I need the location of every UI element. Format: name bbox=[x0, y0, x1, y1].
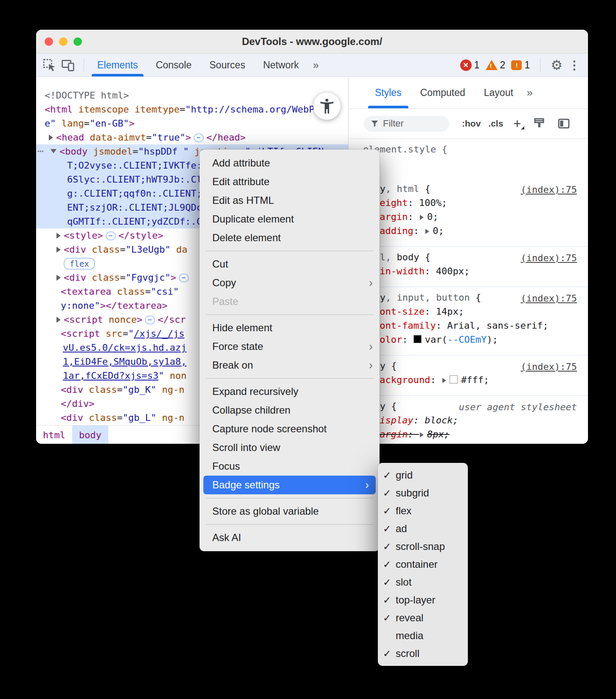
tab-network[interactable]: Network bbox=[254, 54, 308, 76]
menu-item-hide-element[interactable]: Hide element bbox=[200, 318, 380, 337]
menu-item-edit-as-html[interactable]: Edit as HTML bbox=[200, 191, 380, 210]
filter-input[interactable]: Filter bbox=[364, 116, 449, 132]
badge-option-scroll[interactable]: ✓scroll bbox=[378, 645, 468, 662]
badge-option-slot[interactable]: ✓slot bbox=[378, 573, 468, 591]
css-property[interactable]: font-size: 14px; bbox=[363, 304, 588, 318]
menu-item-scroll-into-view[interactable]: Scroll into view bbox=[200, 438, 380, 457]
expand-value-arrow-icon[interactable] bbox=[425, 229, 429, 234]
zoom-window-button[interactable] bbox=[73, 37, 82, 46]
menu-item-ask-ai[interactable]: Ask AI bbox=[200, 528, 380, 547]
css-property[interactable]: padding: 0; bbox=[363, 224, 588, 238]
css-property[interactable]: background: #fff; bbox=[363, 373, 588, 387]
expand-value-arrow-icon[interactable] bbox=[420, 432, 424, 437]
badge-option-flex[interactable]: ✓flex bbox=[378, 502, 468, 520]
tab-elements[interactable]: Elements bbox=[88, 54, 147, 76]
rendering-brush-icon[interactable] bbox=[533, 117, 546, 130]
badge-option-media[interactable]: ✓media bbox=[378, 627, 468, 645]
menu-item-copy[interactable]: Copy› bbox=[200, 273, 380, 292]
issues-badge[interactable]: ! 1 bbox=[511, 59, 530, 71]
settings-gear-icon[interactable]: ⚙ bbox=[551, 59, 563, 72]
css-property[interactable]: height: 100%; bbox=[363, 196, 588, 210]
warning-badge[interactable]: ! 2 bbox=[486, 59, 506, 71]
error-badge[interactable]: ✕ 1 bbox=[460, 59, 480, 71]
sidebar-tab-styles[interactable]: Styles bbox=[366, 77, 411, 108]
dom-tree-line[interactable]: <!DOCTYPE html> bbox=[36, 88, 348, 102]
css-property[interactable]: display: block; bbox=[363, 413, 588, 427]
inspect-element-icon[interactable] bbox=[42, 58, 56, 72]
sidebar-tab-computed[interactable]: Computed bbox=[411, 77, 475, 108]
menu-item-force-state[interactable]: Force state› bbox=[200, 337, 380, 356]
css-property[interactable]: margin: 8px; bbox=[363, 427, 588, 441]
dock-panel-icon[interactable] bbox=[557, 117, 570, 130]
style-rule[interactable]: body {user agent stylesheetdisplay: bloc… bbox=[349, 396, 588, 444]
menu-item-focus[interactable]: Focus bbox=[200, 457, 380, 476]
dom-tree-line[interactable]: <html itemscope itemtype="http://schema.… bbox=[36, 102, 348, 116]
new-style-rule-button[interactable]: + bbox=[513, 117, 521, 130]
menu-item-store-as-global-variable[interactable]: Store as global variable bbox=[200, 502, 380, 521]
menu-item-badge-settings[interactable]: Badge settings› bbox=[203, 476, 376, 494]
color-swatch[interactable] bbox=[450, 375, 458, 383]
badge-option-scroll-snap[interactable]: ✓scroll-snap bbox=[378, 538, 468, 555]
color-swatch[interactable] bbox=[413, 335, 422, 343]
stylesheet-link[interactable]: (index):75 bbox=[521, 183, 577, 197]
stylesheet-link[interactable]: (index):75 bbox=[521, 360, 577, 374]
stylesheet-link[interactable]: (index):75 bbox=[521, 251, 577, 265]
css-property[interactable]: color: var(--COEmY); bbox=[363, 333, 588, 347]
expand-value-arrow-icon[interactable] bbox=[442, 378, 446, 383]
css-property[interactable]: min-width: 400px; bbox=[363, 264, 588, 278]
minimize-window-button[interactable] bbox=[59, 37, 68, 46]
badge-option-top-layer[interactable]: ✓top-layer bbox=[378, 591, 468, 609]
badge-option-reveal[interactable]: ✓reveal bbox=[378, 609, 468, 627]
badge-option-ad[interactable]: ✓ad bbox=[378, 520, 468, 538]
menu-item-cut[interactable]: Cut bbox=[200, 255, 380, 273]
more-panels-button[interactable]: » bbox=[308, 59, 323, 71]
tab-console[interactable]: Console bbox=[147, 54, 200, 76]
badge-option-grid[interactable]: ✓grid bbox=[378, 466, 468, 484]
css-property[interactable]: font-family: Arial, sans-serif; bbox=[363, 318, 588, 333]
menu-item-edit-attribute[interactable]: Edit attribute bbox=[200, 172, 380, 191]
expand-arrow-icon[interactable] bbox=[56, 317, 61, 323]
expand-arrow-icon[interactable] bbox=[56, 233, 61, 239]
collapsed-content-icon[interactable]: ⋯ bbox=[145, 316, 155, 324]
breadcrumb-item-html[interactable]: html bbox=[36, 426, 72, 444]
tab-sources[interactable]: Sources bbox=[200, 54, 254, 76]
menu-item-paste[interactable]: Paste bbox=[200, 292, 380, 311]
toggle-class[interactable]: .cls bbox=[488, 118, 503, 129]
more-sidebar-tabs-button[interactable]: » bbox=[523, 87, 536, 99]
menu-item-collapse-children[interactable]: Collapse children bbox=[200, 401, 380, 420]
expand-arrow-icon[interactable] bbox=[56, 275, 61, 281]
css-property[interactable]: margin: 0; bbox=[363, 210, 588, 224]
badge-option-subgrid[interactable]: ✓subgrid bbox=[378, 484, 468, 502]
collapsed-content-icon[interactable]: ⋯ bbox=[179, 273, 189, 282]
menu-item-add-attribute[interactable]: Add attribute bbox=[200, 154, 380, 172]
style-rule[interactable]: body {(index):75background: #fff; bbox=[349, 355, 588, 396]
expand-arrow-icon[interactable] bbox=[56, 247, 61, 253]
close-window-button[interactable] bbox=[45, 37, 53, 46]
node-menu-dots-icon[interactable]: ⋯ bbox=[37, 144, 44, 158]
style-rule[interactable]: body, input, button {(index):75font-size… bbox=[349, 287, 588, 355]
dom-tree-line[interactable]: <head data-aimvt="true">⋯</head> bbox=[36, 130, 348, 144]
menu-item-delete-element[interactable]: Delete element bbox=[200, 228, 380, 247]
badge-option-container[interactable]: ✓container bbox=[378, 555, 468, 573]
style-rule[interactable]: element.style { bbox=[349, 139, 588, 178]
sidebar-tab-layout[interactable]: Layout bbox=[475, 77, 523, 108]
expand-arrow-icon[interactable] bbox=[49, 135, 53, 141]
dom-tree-line[interactable]: e" lang="en-GB"> bbox=[36, 116, 348, 130]
more-options-icon[interactable]: ⋮ bbox=[568, 58, 582, 72]
menu-item-break-on[interactable]: Break on› bbox=[200, 356, 380, 375]
collapse-arrow-icon[interactable] bbox=[51, 149, 56, 153]
collapsed-content-icon[interactable]: ⋯ bbox=[106, 231, 116, 240]
flex-badge[interactable]: flex bbox=[64, 258, 95, 270]
accessibility-overlay[interactable] bbox=[313, 93, 340, 120]
menu-item-capture-node-screenshot[interactable]: Capture node screenshot bbox=[200, 420, 380, 438]
menu-item-expand-recursively[interactable]: Expand recursively bbox=[200, 382, 380, 401]
breadcrumb-item-body[interactable]: body bbox=[72, 426, 108, 444]
menu-item-duplicate-element[interactable]: Duplicate element bbox=[200, 210, 380, 228]
style-rule[interactable]: body, html {(index):75height: 100%;margi… bbox=[349, 178, 588, 247]
toggle-hover-state[interactable]: :hov bbox=[462, 118, 481, 129]
collapsed-content-icon[interactable]: ⋯ bbox=[194, 133, 204, 142]
stylesheet-link[interactable]: (index):75 bbox=[521, 291, 577, 305]
device-toolbar-icon[interactable] bbox=[61, 58, 75, 72]
style-rule[interactable]: html, body {(index):75min-width: 400px; bbox=[349, 247, 588, 287]
expand-value-arrow-icon[interactable] bbox=[420, 215, 424, 220]
